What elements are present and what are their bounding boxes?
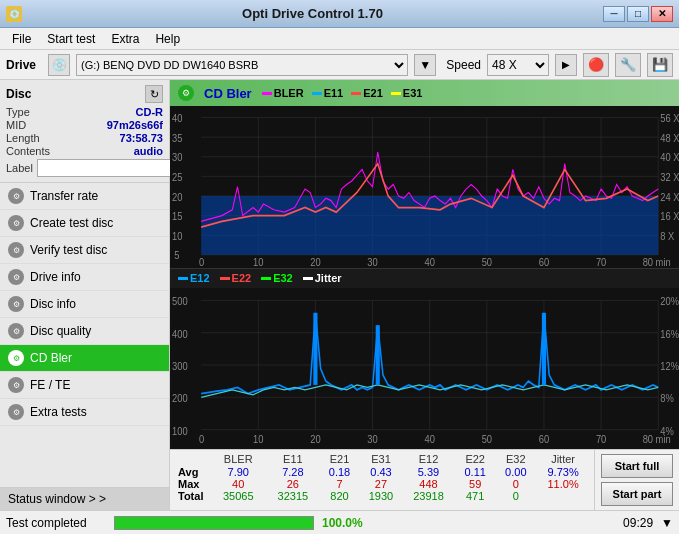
sidebar-item-extra-tests[interactable]: ⚙ Extra tests — [0, 399, 169, 426]
minimize-button[interactable]: ─ — [603, 6, 625, 22]
drive-row: Drive 💿 (G:) BENQ DVD DD DW1640 BSRB ▼ S… — [0, 50, 679, 80]
maximize-button[interactable]: □ — [627, 6, 649, 22]
svg-text:20: 20 — [310, 433, 321, 445]
close-button[interactable]: ✕ — [651, 6, 673, 22]
svg-text:16 X: 16 X — [660, 211, 679, 223]
disc-panel: Disc ↻ Type CD-R MID 97m26s66f Length 73… — [0, 80, 169, 183]
svg-text:20: 20 — [310, 257, 321, 268]
svg-text:20: 20 — [172, 191, 183, 203]
extra-tests-icon: ⚙ — [8, 404, 24, 420]
sidebar-item-transfer-rate[interactable]: ⚙ Transfer rate — [0, 183, 169, 210]
svg-text:50: 50 — [482, 433, 493, 445]
verify-test-disc-icon: ⚙ — [8, 242, 24, 258]
disc-panel-title: Disc — [6, 87, 31, 101]
col-e11: E11 — [266, 452, 319, 466]
start-part-button[interactable]: Start part — [601, 482, 673, 506]
avg-e11: 7.28 — [266, 466, 319, 478]
svg-text:60: 60 — [539, 257, 550, 268]
svg-text:50: 50 — [482, 257, 493, 268]
avg-jitter: 9.73% — [536, 466, 590, 478]
sidebar-item-disc-info[interactable]: ⚙ Disc info — [0, 291, 169, 318]
svg-text:32 X: 32 X — [660, 172, 679, 184]
svg-text:80 min: 80 min — [643, 257, 671, 268]
total-e11: 32315 — [266, 490, 319, 502]
svg-text:300: 300 — [172, 360, 188, 372]
legend-e31: E31 — [391, 87, 423, 99]
svg-text:8%: 8% — [660, 392, 674, 404]
speed-select[interactable]: 48 X — [487, 54, 549, 76]
svg-text:500: 500 — [172, 295, 188, 307]
bler-header-icon: ⚙ — [178, 85, 194, 101]
svg-text:10: 10 — [253, 433, 264, 445]
svg-text:16%: 16% — [660, 327, 679, 339]
cd-bler-header: ⚙ CD Bler BLER E11 E21 E31 — [170, 80, 679, 106]
upper-chart-svg: 40 35 30 25 20 15 10 5 56 X 48 X 40 X 32… — [170, 106, 679, 268]
time-label: 09:29 — [623, 516, 653, 530]
erase-icon-btn[interactable]: 🔴 — [583, 53, 609, 77]
svg-text:0: 0 — [199, 433, 204, 445]
start-full-button[interactable]: Start full — [601, 454, 673, 478]
create-test-disc-icon: ⚙ — [8, 215, 24, 231]
col-bler: BLER — [210, 452, 266, 466]
svg-text:10: 10 — [172, 230, 183, 242]
sidebar-item-cd-bler[interactable]: ⚙ CD Bler — [0, 345, 169, 372]
sidebar: Disc ↻ Type CD-R MID 97m26s66f Length 73… — [0, 80, 170, 510]
status-window-btn[interactable]: Status window > > — [0, 487, 169, 510]
max-label: Max — [174, 478, 210, 490]
label-label: Label — [6, 162, 33, 174]
drive-info-icon: ⚙ — [8, 269, 24, 285]
legend-jitter: Jitter — [303, 272, 342, 284]
menu-file[interactable]: File — [4, 30, 39, 48]
legend-e12: E12 — [178, 272, 210, 284]
menu-start-test[interactable]: Start test — [39, 30, 103, 48]
upper-chart: 40 35 30 25 20 15 10 5 56 X 48 X 40 X 32… — [170, 106, 679, 268]
title-bar: 💿 Opti Drive Control 1.70 ─ □ ✕ — [0, 0, 679, 28]
max-e11: 26 — [266, 478, 319, 490]
svg-text:30: 30 — [367, 257, 378, 268]
avg-e12: 5.39 — [402, 466, 455, 478]
svg-text:400: 400 — [172, 327, 188, 339]
col-e21: E21 — [319, 452, 360, 466]
total-bler: 35065 — [210, 490, 266, 502]
avg-bler: 7.90 — [210, 466, 266, 478]
total-e31: 1930 — [360, 490, 402, 502]
col-empty — [174, 452, 210, 466]
svg-text:20%: 20% — [660, 295, 679, 307]
action-buttons: Start full Start part — [594, 450, 679, 510]
avg-e31: 0.43 — [360, 466, 402, 478]
disc-refresh-btn[interactable]: ↻ — [145, 85, 163, 103]
svg-text:0: 0 — [199, 257, 205, 268]
svg-text:40 X: 40 X — [660, 152, 679, 164]
label-input[interactable] — [37, 159, 177, 177]
avg-e32: 0.00 — [496, 466, 537, 478]
sidebar-item-verify-test-disc[interactable]: ⚙ Verify test disc — [0, 237, 169, 264]
max-e32: 0 — [496, 478, 537, 490]
max-e21: 7 — [319, 478, 360, 490]
sidebar-item-drive-info[interactable]: ⚙ Drive info — [0, 264, 169, 291]
svg-text:100: 100 — [172, 424, 188, 436]
svg-text:5: 5 — [174, 250, 180, 262]
sidebar-label-disc-info: Disc info — [30, 297, 76, 311]
bler-title: CD Bler — [204, 86, 252, 101]
sidebar-item-disc-quality[interactable]: ⚙ Disc quality — [0, 318, 169, 345]
avg-label: Avg — [174, 466, 210, 478]
settings-icon-btn[interactable]: 🔧 — [615, 53, 641, 77]
disc-quality-icon: ⚙ — [8, 323, 24, 339]
sidebar-label-fe-te: FE / TE — [30, 378, 70, 392]
col-e12: E12 — [402, 452, 455, 466]
sidebar-item-fe-te[interactable]: ⚙ FE / TE — [0, 372, 169, 399]
sidebar-label-cd-bler: CD Bler — [30, 351, 72, 365]
svg-rect-16 — [201, 196, 658, 255]
svg-text:70: 70 — [596, 433, 607, 445]
max-bler: 40 — [210, 478, 266, 490]
col-e32: E32 — [496, 452, 537, 466]
svg-text:35: 35 — [172, 132, 183, 144]
drive-select[interactable]: (G:) BENQ DVD DD DW1640 BSRB — [76, 54, 408, 76]
sidebar-item-create-test-disc[interactable]: ⚙ Create test disc — [0, 210, 169, 237]
svg-text:80 min: 80 min — [643, 433, 671, 445]
save-icon-btn[interactable]: 💾 — [647, 53, 673, 77]
total-e32: 0 — [496, 490, 537, 502]
stats-content: BLER E11 E21 E31 E12 E22 E32 Jitter Avg — [170, 450, 594, 510]
menu-help[interactable]: Help — [147, 30, 188, 48]
menu-extra[interactable]: Extra — [103, 30, 147, 48]
